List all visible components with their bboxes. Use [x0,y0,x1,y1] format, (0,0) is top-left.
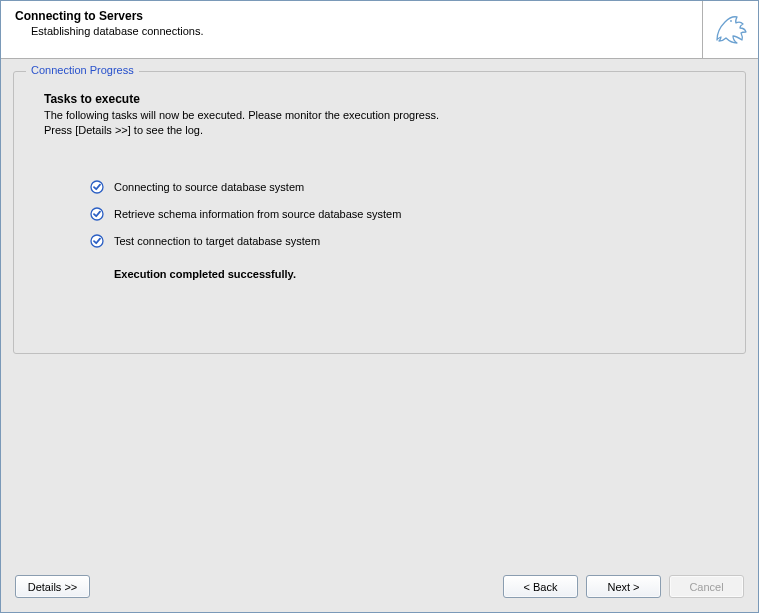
cancel-button: Cancel [669,575,744,598]
tasks-description: The following tasks will now be executed… [44,108,444,138]
connection-progress-panel: Connection Progress Tasks to execute The… [13,71,746,354]
task-row: Connecting to source database system [90,180,721,194]
tasks-heading: Tasks to execute [44,92,721,106]
details-button[interactable]: Details >> [15,575,90,598]
task-row: Test connection to target database syste… [90,234,721,248]
content-area: Connection Progress Tasks to execute The… [1,59,758,565]
page-title: Connecting to Servers [15,9,688,23]
back-button[interactable]: < Back [503,575,578,598]
page-subtitle: Establishing database connections. [31,25,688,37]
checkmark-icon [90,207,104,221]
mysql-dolphin-icon [702,1,758,58]
checkmark-icon [90,180,104,194]
checkmark-icon [90,234,104,248]
completion-message: Execution completed successfully. [114,268,721,280]
task-label: Connecting to source database system [114,181,304,193]
header: Connecting to Servers Establishing datab… [1,1,758,59]
footer: Details >> < Back Next > Cancel [1,565,758,612]
header-text: Connecting to Servers Establishing datab… [1,1,702,58]
footer-left: Details >> [15,575,90,598]
panel-legend: Connection Progress [26,64,139,76]
next-button[interactable]: Next > [586,575,661,598]
task-label: Test connection to target database syste… [114,235,320,247]
footer-right: < Back Next > Cancel [503,575,744,598]
task-row: Retrieve schema information from source … [90,207,721,221]
task-label: Retrieve schema information from source … [114,208,401,220]
task-list: Connecting to source database system Ret… [90,180,721,248]
wizard-window: Connecting to Servers Establishing datab… [0,0,759,613]
svg-point-0 [730,20,732,22]
